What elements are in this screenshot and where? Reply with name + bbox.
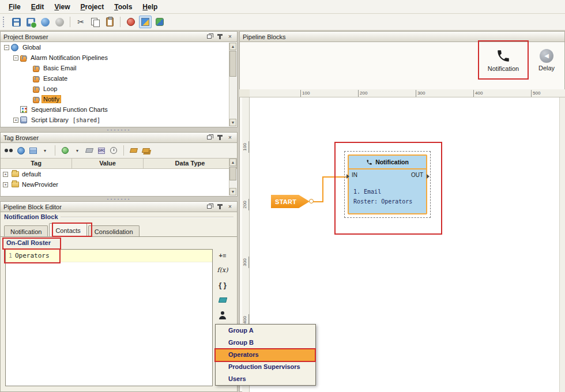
save-icon xyxy=(12,18,21,27)
roster-list[interactable]: 1 Operators xyxy=(5,249,213,386)
in-port-label[interactable]: IN xyxy=(352,172,357,178)
scroll-up-icon[interactable]: ▲ xyxy=(229,43,236,50)
dropdown-item-production-supervisors[interactable]: Production Supervisors xyxy=(216,361,315,373)
notification-pipeline-block[interactable]: Notification IN OUT 1. Email Roster: Ope… xyxy=(348,154,427,214)
refresh-button[interactable] xyxy=(61,145,70,156)
menu-file[interactable]: File xyxy=(3,1,26,13)
choose-roster-button[interactable] xyxy=(219,310,227,320)
float-button[interactable] xyxy=(205,134,213,141)
function-button[interactable]: f(x) xyxy=(217,265,228,275)
pin-button[interactable] xyxy=(216,203,224,210)
opc-browse-button[interactable]: OPC xyxy=(97,145,106,156)
preview-button[interactable] xyxy=(139,16,152,28)
expand-icon[interactable]: + xyxy=(13,118,18,123)
tab-notification[interactable]: Notification xyxy=(4,225,48,237)
float-button[interactable] xyxy=(205,203,213,210)
deploy-button[interactable] xyxy=(153,16,166,28)
undo-button[interactable] xyxy=(39,16,51,28)
close-button[interactable]: × xyxy=(226,203,234,210)
panel-splitter[interactable]: ······· xyxy=(0,197,238,201)
dropdown-item-group-b[interactable]: Group B xyxy=(216,337,315,349)
tag-row-default[interactable]: + default xyxy=(1,169,237,179)
copy-button[interactable] xyxy=(89,16,101,28)
browse-button[interactable] xyxy=(16,145,25,156)
expand-icon[interactable]: + xyxy=(3,182,8,187)
start-output-port[interactable] xyxy=(309,199,314,203)
tree-item-alarm-notification-pipelines[interactable]: − Alarm Notification Pipelines xyxy=(1,52,237,63)
roster-row-operators[interactable]: 1 Operators xyxy=(6,250,212,262)
tree-item-loop[interactable]: Loop xyxy=(1,84,237,94)
pin-button[interactable] xyxy=(216,33,224,40)
in-port-icon[interactable] xyxy=(346,174,349,179)
update-button[interactable] xyxy=(24,16,37,28)
tab-contacts[interactable]: Contacts xyxy=(49,223,86,237)
scroll-down-icon[interactable]: ▼ xyxy=(229,119,236,126)
collapse-icon[interactable]: − xyxy=(13,55,18,61)
toolbar-drag-handle[interactable] xyxy=(3,17,5,27)
tag-browser-titlebar[interactable]: Tag Browser × xyxy=(0,132,238,143)
dropdown-item-users[interactable]: Users xyxy=(216,373,315,385)
menu-project[interactable]: Project xyxy=(76,1,110,13)
scrollbar-thumb[interactable] xyxy=(229,51,236,77)
tree-item-global[interactable]: − Global xyxy=(1,42,237,52)
braces-button[interactable]: { } xyxy=(219,280,227,290)
float-button[interactable] xyxy=(205,33,213,40)
tag-row-newprovider[interactable]: + NewProvider xyxy=(1,179,237,190)
delay-block-tool[interactable]: ◀ Delay xyxy=(529,43,564,77)
scrollbar[interactable]: ▲ ▼ xyxy=(229,159,236,195)
scrollbar-thumb[interactable] xyxy=(229,167,236,180)
column-header-datatype[interactable]: Data Type xyxy=(144,159,237,168)
cut-button[interactable]: ✂ xyxy=(74,16,87,28)
column-header-tag[interactable]: Tag xyxy=(1,159,72,168)
redo-button[interactable] xyxy=(53,16,66,28)
search-button[interactable] xyxy=(4,145,13,156)
project-browser-titlebar[interactable]: Project Browser × xyxy=(0,31,238,42)
tree-item-sequential-function-charts[interactable]: Sequential Function Charts xyxy=(1,104,237,115)
panel-splitter[interactable]: ······· xyxy=(0,127,238,132)
view-dropdown-button[interactable]: ▾ xyxy=(40,145,50,156)
tree-item-escalate[interactable]: Escalate xyxy=(1,73,237,84)
pin-button[interactable] xyxy=(216,134,224,141)
scroll-down-icon[interactable]: ▼ xyxy=(229,188,236,195)
notification-block-group-title: Notification Block xyxy=(4,213,58,220)
out-port-label[interactable]: OUT xyxy=(411,172,423,178)
shared-suffix: [shared] xyxy=(73,117,100,123)
panel-window-buttons: × xyxy=(205,33,234,40)
column-header-value[interactable]: Value xyxy=(72,159,144,168)
tab-consolidation[interactable]: Consolidation xyxy=(88,225,140,237)
out-port-icon[interactable] xyxy=(427,174,430,179)
menu-tools[interactable]: Tools xyxy=(109,1,137,13)
grid-view-button[interactable] xyxy=(28,145,37,156)
dropdown-item-operators[interactable]: Operators xyxy=(216,349,315,361)
paste-button[interactable] xyxy=(103,16,116,28)
menu-edit[interactable]: Edit xyxy=(26,1,50,13)
new-tag-button[interactable] xyxy=(85,145,94,156)
tree-item-notify[interactable]: Notify xyxy=(1,94,237,104)
tree-item-basic-email[interactable]: Basic Email xyxy=(1,63,237,73)
add-row-button[interactable]: +≡ xyxy=(219,250,227,260)
menu-help[interactable]: Help xyxy=(137,1,163,13)
pipeline-icon xyxy=(33,86,39,93)
history-button[interactable] xyxy=(109,145,118,156)
tree-item-script-library[interactable]: + Script Library [shared] xyxy=(1,115,237,125)
scrollbar[interactable]: ▲ ▼ xyxy=(229,43,236,126)
gold-tags-button[interactable] xyxy=(141,145,150,156)
ruler-label: 400 xyxy=(473,90,483,97)
notification-block-tool[interactable]: Notification xyxy=(480,43,526,77)
save-button[interactable] xyxy=(10,16,22,28)
menu-view[interactable]: View xyxy=(49,1,75,13)
refresh-dropdown-button[interactable]: ▾ xyxy=(73,145,82,156)
scroll-up-icon[interactable]: ▲ xyxy=(229,159,236,166)
ruler-label: 300 xyxy=(416,90,425,97)
expand-icon[interactable]: + xyxy=(3,172,8,177)
pipeline-block-editor-titlebar[interactable]: Pipeline Block Editor × xyxy=(0,201,238,212)
close-button[interactable]: × xyxy=(226,33,234,40)
insert-tag-button[interactable] xyxy=(219,295,227,305)
debug-button[interactable] xyxy=(125,16,137,28)
gold-tag-button[interactable] xyxy=(129,145,138,156)
pipeline-blocks-titlebar[interactable]: Pipeline Blocks xyxy=(239,31,565,42)
tag-browser-toolbar: ▾ ▾ OPC xyxy=(0,143,238,158)
collapse-icon[interactable]: − xyxy=(4,45,9,50)
dropdown-item-group-a[interactable]: Group A xyxy=(216,325,315,337)
close-button[interactable]: × xyxy=(226,134,234,141)
